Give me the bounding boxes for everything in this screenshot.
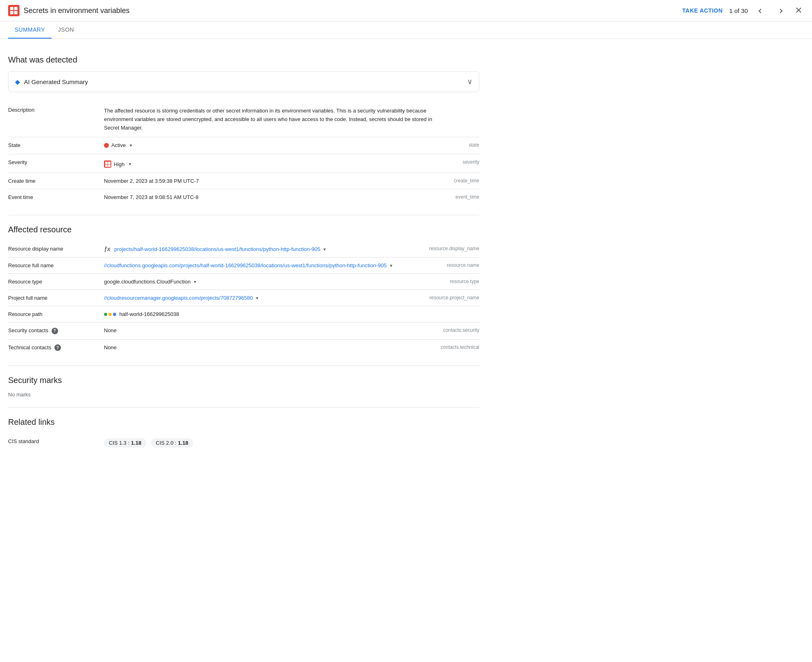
fx-icon: ƒx	[104, 246, 110, 252]
resource-path-label: Resource path	[8, 306, 97, 322]
state-badge: Active ▾	[104, 142, 132, 148]
create-time-label: Create time	[8, 173, 97, 189]
section-divider-2	[8, 366, 479, 366]
create-time-row: Create time November 2, 2023 at 3:59:38 …	[8, 173, 479, 189]
cis-badge-2[interactable]: CIS 2.0 : 1.18	[151, 438, 193, 448]
state-value: Active	[111, 142, 126, 148]
event-time-value: November 7, 2023 at 9:08:51 AM UTC-8	[97, 189, 454, 206]
security-marks-title: Security marks	[8, 376, 479, 385]
resource-type-label: Resource type	[8, 274, 97, 290]
ai-summary-title: AI Generated Summary	[24, 78, 88, 85]
security-contacts-row: Security contacts ? None contacts.securi…	[8, 322, 479, 340]
event-time-row: Event time November 7, 2023 at 9:08:51 A…	[8, 189, 479, 206]
resource-full-name-label: Resource full name	[8, 257, 97, 274]
security-contacts-value: None	[97, 322, 424, 340]
create-time-value: November 2, 2023 at 3:59:38 PM UTC-7	[97, 173, 454, 189]
prev-button[interactable]	[754, 4, 767, 17]
severity-value: High	[114, 161, 125, 167]
resource-full-name-link[interactable]: //cloudfunctions.googleapis.com/projects…	[104, 262, 387, 268]
tab-json[interactable]: JSON	[52, 22, 80, 39]
security-contacts-key: contacts.security	[424, 322, 479, 340]
resource-type-dropdown-icon[interactable]: ▾	[194, 279, 196, 285]
project-full-name-link[interactable]: //cloudresourcemanager.googleapis.com/pr…	[104, 295, 253, 301]
what-was-detected-title: What was detected	[8, 55, 479, 65]
event-time-label: Event time	[8, 189, 97, 206]
resource-display-name-row: Resource display name ƒx projects/half-w…	[8, 241, 479, 257]
affected-resource-table: Resource display name ƒx projects/half-w…	[8, 241, 479, 356]
resource-display-name-link[interactable]: projects/half-world-166299625038/locatio…	[114, 246, 320, 252]
ai-summary-header[interactable]: ◆ AI Generated Summary ∨	[9, 71, 479, 92]
close-button[interactable]: ✕	[793, 4, 804, 17]
state-label: State	[8, 137, 97, 154]
state-dropdown-icon[interactable]: ▾	[130, 143, 132, 148]
project-full-name-label: Project full name	[8, 290, 97, 306]
related-links-table: CIS standard CIS 1.3 : 1.18 CIS 2.0 : 1.…	[8, 433, 479, 452]
take-action-button[interactable]: TAKE ACTION	[682, 7, 723, 14]
cis-badge-1[interactable]: CIS 1.3 : 1.18	[104, 438, 146, 448]
header-actions: TAKE ACTION 1 of 30 ✕	[682, 4, 804, 17]
resource-path-dots-icon	[104, 313, 116, 316]
resource-type-key: resource.type	[424, 274, 479, 290]
ai-summary-container: ◆ AI Generated Summary ∨	[8, 71, 479, 92]
security-contacts-label: Security contacts	[8, 327, 48, 333]
chevron-right-icon	[779, 8, 782, 14]
resource-full-name-dropdown-icon[interactable]: ▾	[390, 263, 392, 268]
chevron-down-icon: ∨	[467, 77, 472, 86]
severity-icon	[104, 160, 111, 168]
page-title: Secrets in environment variables	[24, 6, 130, 15]
resource-type-select: google.cloudfunctions.CloudFunction ▾	[104, 279, 196, 285]
cis-1-3-value: 1.18	[131, 440, 141, 446]
project-full-name-key: resource.project_name	[424, 290, 479, 306]
no-marks-text: No marks	[8, 392, 479, 398]
resource-type-value: google.cloudfunctions.CloudFunction	[104, 279, 191, 285]
cis-standard-row: CIS standard CIS 1.3 : 1.18 CIS 2.0 : 1.…	[8, 433, 479, 452]
state-row: State Active ▾ state	[8, 137, 479, 154]
create-time-key: create_time	[454, 173, 479, 189]
state-dot-icon	[104, 143, 109, 148]
chevron-left-icon	[759, 8, 762, 14]
severity-label: Severity	[8, 154, 97, 173]
state-key: state	[454, 137, 479, 154]
project-full-name-dropdown-icon[interactable]: ▾	[256, 295, 258, 301]
header-title-area: Secrets in environment variables	[8, 5, 682, 16]
security-contacts-help-icon[interactable]: ?	[52, 328, 58, 334]
detection-detail-table: Description The affected resource is sto…	[8, 102, 479, 205]
resource-display-name-label: Resource display name	[8, 241, 97, 257]
technical-contacts-help-icon[interactable]: ?	[54, 344, 61, 351]
resource-type-row: Resource type google.cloudfunctions.Clou…	[8, 274, 479, 290]
severity-badge: High ▾	[104, 160, 131, 168]
cis-standard-label: CIS standard	[8, 433, 97, 452]
title-icon	[8, 5, 19, 16]
tab-summary[interactable]: SUMMARY	[8, 22, 52, 39]
section-divider-1	[8, 215, 479, 215]
resource-full-name-key: resource.name	[424, 257, 479, 274]
severity-dropdown-icon[interactable]: ▾	[129, 161, 131, 167]
severity-row: Severity High ▾ severity	[8, 154, 479, 173]
main-content: What was detected ◆ AI Generated Summary…	[0, 39, 487, 469]
event-time-key: event_time	[454, 189, 479, 206]
header: Secrets in environment variables TAKE AC…	[0, 0, 812, 22]
affected-resource-title: Affected resource	[8, 225, 479, 234]
technical-contacts-row: Technical contacts ? None contacts.techn…	[8, 339, 479, 356]
next-button[interactable]	[774, 4, 787, 17]
project-full-name-row: Project full name //cloudresourcemanager…	[8, 290, 479, 306]
resource-path-row: Resource path half-world-166299625038	[8, 306, 479, 322]
description-value: The affected resource is storing credent…	[104, 108, 432, 131]
severity-key: severity	[454, 154, 479, 173]
cis-1-3-prefix: CIS 1.3 :	[109, 440, 130, 446]
pagination-info: 1 of 30	[729, 7, 748, 14]
tabs-bar: SUMMARY JSON	[0, 22, 812, 39]
resource-display-name-key: resource.display_name	[424, 241, 479, 257]
resource-display-name-dropdown-icon[interactable]: ▾	[323, 247, 326, 252]
ai-diamond-icon: ◆	[15, 78, 20, 86]
cis-2-0-value: 1.18	[178, 440, 188, 446]
resource-path-value: half-world-166299625038	[119, 311, 179, 317]
description-label: Description	[8, 102, 97, 137]
close-icon: ✕	[795, 6, 802, 15]
resource-full-name-row: Resource full name //cloudfunctions.goog…	[8, 257, 479, 274]
related-links-title: Related links	[8, 418, 479, 427]
section-divider-3	[8, 407, 479, 408]
cis-2-0-prefix: CIS 2.0 :	[156, 440, 177, 446]
description-row: Description The affected resource is sto…	[8, 102, 479, 137]
technical-contacts-label: Technical contacts	[8, 344, 51, 350]
